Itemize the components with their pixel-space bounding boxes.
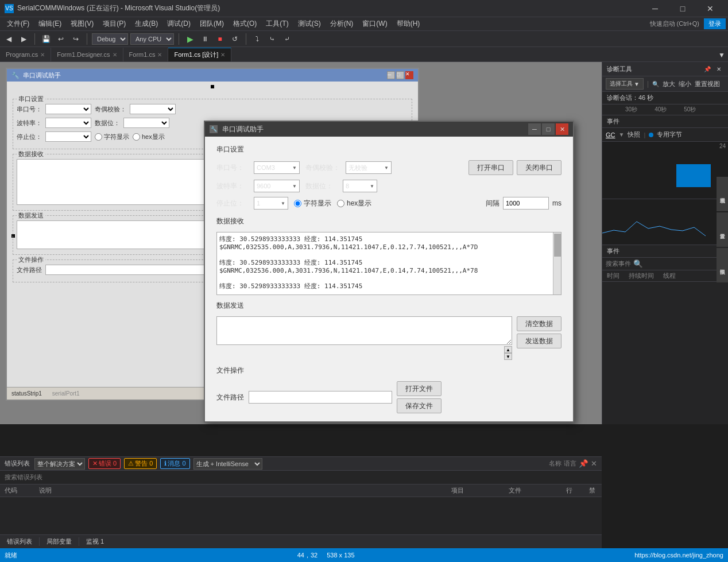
pause-btn[interactable]: ⏸ bbox=[199, 33, 211, 45]
gc-label[interactable]: GC bbox=[606, 131, 615, 138]
tab-close-designer[interactable]: ✕ bbox=[113, 52, 117, 58]
char-display-radio[interactable] bbox=[294, 200, 301, 207]
menu-tools[interactable]: 工具(T) bbox=[261, 18, 293, 30]
bg-char-radio[interactable] bbox=[95, 133, 102, 141]
side-btn-exception[interactable]: 异常设置 bbox=[717, 212, 728, 247]
bg-maximize-btn[interactable]: □ bbox=[396, 71, 404, 79]
bg-stopbits-combo[interactable] bbox=[45, 131, 91, 142]
bottom-tab-locals[interactable]: 局部变量 bbox=[40, 537, 79, 546]
send-scroll-up[interactable]: ▲ bbox=[504, 346, 512, 353]
file-path-input[interactable] bbox=[249, 391, 392, 404]
interval-input[interactable] bbox=[503, 197, 549, 210]
tab-close-design[interactable]: ✕ bbox=[220, 52, 225, 58]
menu-help[interactable]: 帮助(H) bbox=[392, 18, 425, 30]
menu-format[interactable]: 格式(O) bbox=[229, 18, 261, 30]
build-filter-combo[interactable]: 生成 + IntelliSense bbox=[193, 458, 262, 470]
open-file-btn[interactable]: 打开文件 bbox=[397, 381, 442, 396]
stop-btn[interactable]: ■ bbox=[214, 33, 226, 45]
zoom-out-label[interactable]: 缩小 bbox=[679, 80, 691, 88]
baud-combo[interactable]: 9600 ▼ bbox=[254, 180, 300, 192]
parity-combo[interactable]: 无校验 ▼ bbox=[346, 161, 392, 174]
clear-data-btn[interactable]: 清空数据 bbox=[517, 316, 562, 331]
menu-file[interactable]: 文件(F) bbox=[2, 18, 34, 30]
data-receive-box[interactable]: 纬度: 30.5298933333333 经度: 114.351745 $GNR… bbox=[216, 232, 562, 295]
maximize-btn[interactable]: □ bbox=[669, 0, 696, 17]
bottom-tab-errors[interactable]: 错误列表 bbox=[0, 537, 40, 546]
diag-pin-btn[interactable]: 📌 bbox=[703, 64, 712, 73]
back-btn[interactable]: ◀ bbox=[2, 33, 15, 45]
error-panel-pin-btn[interactable]: 📌 bbox=[579, 459, 588, 468]
send-data-btn[interactable]: 发送数据 bbox=[517, 334, 562, 348]
reset-view-label[interactable]: 重置视图 bbox=[695, 80, 720, 88]
quick-label[interactable]: 快照 bbox=[628, 130, 640, 139]
open-port-btn[interactable]: 打开串口 bbox=[468, 160, 513, 175]
diag-close-btn[interactable]: ✕ bbox=[714, 64, 723, 73]
scrollbar-thumb[interactable] bbox=[554, 234, 561, 257]
tab-form1-design[interactable]: Form1.cs [设计] ✕ bbox=[168, 48, 231, 61]
info-badge[interactable]: ℹ 消息 0 bbox=[160, 458, 189, 469]
errors-badge[interactable]: ✕ 错误 0 bbox=[88, 458, 121, 469]
dialog-close-btn[interactable]: ✕ bbox=[556, 123, 568, 135]
redo-btn[interactable]: ↪ bbox=[69, 33, 82, 45]
platform-combo[interactable]: Any CPU bbox=[130, 33, 174, 45]
zoom-in-label[interactable]: 放大 bbox=[663, 80, 675, 88]
save-file-btn[interactable]: 保存文件 bbox=[397, 398, 442, 413]
char-display-radio-label[interactable]: 字符显示 bbox=[294, 199, 331, 208]
bg-minimize-btn[interactable]: ─ bbox=[387, 71, 395, 79]
stopbits-combo[interactable]: 1 ▼ bbox=[254, 197, 288, 210]
bg-close-btn[interactable]: ✕ bbox=[405, 71, 413, 79]
restart-btn[interactable]: ↺ bbox=[229, 33, 241, 45]
step-out-btn[interactable]: ⤶ bbox=[281, 33, 293, 45]
dialog-minimize-btn[interactable]: ─ bbox=[528, 123, 541, 135]
error-scope-combo[interactable]: 整个解决方案 bbox=[34, 458, 85, 470]
tab-close-program[interactable]: ✕ bbox=[40, 52, 45, 58]
undo-btn[interactable]: ↩ bbox=[55, 33, 67, 45]
hex-display-radio[interactable] bbox=[337, 200, 344, 207]
tab-form1-cs[interactable]: Form1.cs ✕ bbox=[123, 48, 169, 61]
tab-form1-designer[interactable]: Form1.Designer.cs ✕ bbox=[51, 48, 123, 61]
bg-char-radio-label[interactable]: 字符显示 bbox=[95, 133, 129, 141]
diag-search-btn[interactable]: 🔍 bbox=[633, 259, 643, 268]
menu-edit[interactable]: 编辑(E) bbox=[34, 18, 66, 30]
bg-databits-combo[interactable] bbox=[123, 118, 169, 128]
step-into-btn[interactable]: ⤷ bbox=[266, 33, 278, 45]
menu-analyze[interactable]: 分析(N) bbox=[326, 18, 358, 30]
side-btn-snapshot[interactable]: 抓取快照 bbox=[717, 248, 728, 282]
close-port-btn[interactable]: 关闭串口 bbox=[517, 160, 562, 175]
bg-hex-radio-label[interactable]: hex显示 bbox=[133, 133, 165, 141]
error-panel-close-btn[interactable]: ✕ bbox=[591, 459, 597, 468]
bg-parity-combo[interactable] bbox=[130, 104, 176, 114]
minimize-btn[interactable]: ─ bbox=[642, 0, 668, 17]
select-tool-btn[interactable]: 选择工具 ▼ bbox=[606, 78, 644, 90]
close-btn[interactable]: ✕ bbox=[697, 0, 723, 17]
tab-close-form1[interactable]: ✕ bbox=[157, 52, 162, 58]
menu-project[interactable]: 项目(P) bbox=[98, 18, 130, 30]
resize-handle-top[interactable] bbox=[211, 85, 214, 88]
data-send-textarea[interactable] bbox=[216, 316, 512, 345]
step-over-btn[interactable]: ⤵ bbox=[251, 33, 264, 45]
bottom-tab-watch1[interactable]: 监视 1 bbox=[79, 537, 111, 546]
warnings-badge[interactable]: ⚠ 警告 0 bbox=[124, 458, 157, 469]
dialog-maximize-btn[interactable]: □ bbox=[542, 123, 555, 135]
save-btn[interactable]: 💾 bbox=[40, 33, 52, 45]
menu-build[interactable]: 生成(B) bbox=[130, 18, 162, 30]
receive-scrollbar[interactable] bbox=[553, 232, 561, 294]
menu-view[interactable]: 视图(V) bbox=[66, 18, 98, 30]
hex-display-radio-label[interactable]: hex显示 bbox=[337, 199, 371, 208]
tab-program-cs[interactable]: Program.cs ✕ bbox=[0, 48, 51, 61]
forward-btn[interactable]: ▶ bbox=[17, 33, 30, 45]
run-btn[interactable]: ▶ bbox=[184, 33, 196, 45]
port-combo[interactable]: COM3 ▼ bbox=[254, 161, 300, 174]
bg-port-combo[interactable] bbox=[45, 104, 91, 114]
databits-combo[interactable]: 8 ▼ bbox=[343, 180, 377, 192]
menu-debug[interactable]: 调试(D) bbox=[162, 18, 195, 30]
menu-window[interactable]: 窗口(W) bbox=[358, 18, 392, 30]
menu-test[interactable]: 测试(S) bbox=[293, 18, 326, 30]
debug-mode-combo[interactable]: Debug bbox=[92, 33, 128, 45]
login-btn[interactable]: 登录 bbox=[704, 18, 726, 29]
menu-team[interactable]: 团队(M) bbox=[195, 18, 229, 30]
bg-baud-combo[interactable] bbox=[45, 118, 91, 128]
side-btn-callstack[interactable]: 调用堆栈 bbox=[717, 177, 728, 211]
send-scroll-down[interactable]: ▼ bbox=[504, 353, 512, 360]
bg-hex-radio[interactable] bbox=[133, 133, 140, 141]
